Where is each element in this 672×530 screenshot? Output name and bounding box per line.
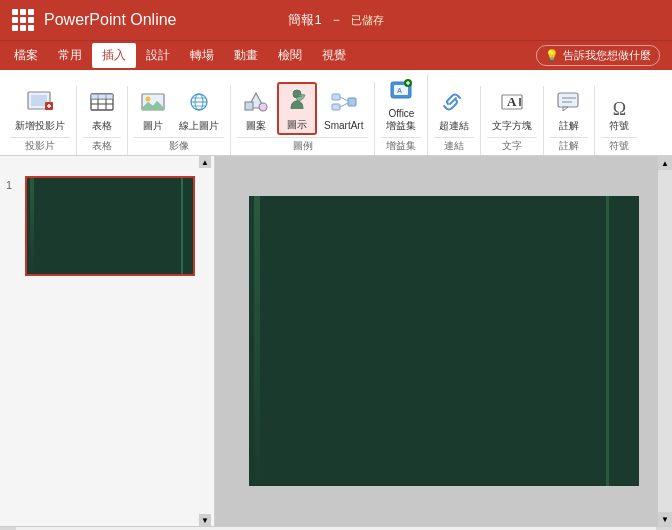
svg-rect-23 [332, 94, 340, 100]
svg-rect-24 [332, 104, 340, 110]
picture-label: 圖片 [143, 120, 163, 132]
online-picture-label: 線上圖片 [179, 120, 219, 132]
main-content: ▲ 1 ▼ ▲ ▼ [0, 156, 672, 526]
icons-icon [283, 87, 311, 117]
tables-group-label: 表格 [83, 137, 121, 153]
scroll-up-arrow[interactable]: ▲ [658, 156, 672, 170]
doc-name: 簡報1 [288, 11, 321, 29]
svg-line-26 [340, 97, 348, 101]
tell-me-label: 告訴我您想做什麼 [563, 48, 651, 63]
svg-text:A: A [507, 94, 517, 109]
ribbon-group-images: 圖片 線上圖片 影像 [128, 86, 231, 155]
svg-rect-19 [245, 102, 253, 110]
ribbon-group-text: A 文字方塊 文字 [481, 86, 544, 155]
slide-thumb-bar-left [30, 178, 34, 274]
slide-thumb-container-1: 1 [6, 176, 208, 276]
online-picture-button[interactable]: 線上圖片 [174, 86, 224, 135]
symbol-icon: Ω [613, 100, 626, 118]
svg-line-34 [450, 98, 456, 104]
textbox-icon: A [498, 90, 526, 118]
ribbon-group-symbols: Ω 符號 符號 [595, 96, 643, 155]
ribbon-group-links: 超連結 連結 [428, 86, 481, 155]
new-slide-button[interactable]: 新增投影片 [10, 86, 70, 135]
online-picture-icon [185, 90, 213, 118]
svg-rect-1 [31, 95, 47, 106]
main-slide-bar-right [606, 196, 609, 486]
bottom-bar: ◀ ▶ [0, 526, 672, 530]
comments-group-label: 註解 [550, 137, 588, 153]
icons-button[interactable]: 圖示 [277, 82, 317, 135]
slide-panel: ▲ 1 ▼ [0, 156, 215, 526]
menu-transitions[interactable]: 轉場 [180, 43, 224, 68]
symbols-group-label: 符號 [601, 137, 637, 153]
hyperlink-button[interactable]: 超連結 [434, 86, 474, 135]
svg-rect-10 [91, 94, 113, 99]
textbox-label: 文字方塊 [492, 120, 532, 132]
symbol-label: 符號 [609, 120, 629, 132]
slides-group-label: 投影片 [10, 137, 70, 153]
saved-status: 已儲存 [351, 13, 384, 28]
app-grid-icon[interactable] [12, 9, 34, 31]
scroll-track[interactable] [658, 170, 672, 512]
menu-design[interactable]: 設計 [136, 43, 180, 68]
smartart-button[interactable]: SmartArt [319, 86, 368, 135]
icons-label: 圖示 [287, 119, 307, 131]
shapes-button[interactable]: 圖案 [237, 86, 275, 135]
shapes-label: 圖案 [246, 120, 266, 132]
tell-me-box[interactable]: 💡 告訴我您想做什麼 [536, 45, 660, 66]
picture-button[interactable]: 圖片 [134, 86, 172, 135]
scroll-down-arrow[interactable]: ▼ [658, 512, 672, 526]
textbox-button[interactable]: A 文字方塊 [487, 86, 537, 135]
symbol-button[interactable]: Ω 符號 [601, 96, 637, 135]
svg-text:A: A [397, 87, 402, 94]
hyperlink-icon [440, 90, 468, 118]
scroll-left-arrow[interactable]: ◀ [0, 527, 16, 531]
slide-thumb-bar-right [181, 178, 183, 274]
main-slide-bar-left [254, 196, 260, 486]
menu-review[interactable]: 檢閱 [268, 43, 312, 68]
comment-button[interactable]: 註解 [550, 86, 588, 135]
slide-thumbnail-1[interactable] [25, 176, 195, 276]
text-group-label: 文字 [487, 137, 537, 153]
svg-point-12 [146, 97, 151, 102]
lightbulb-icon: 💡 [545, 49, 559, 62]
shapes-icon [242, 90, 270, 118]
slide-number-1: 1 [6, 176, 20, 191]
table-label: 表格 [92, 120, 112, 132]
vertical-scrollbar: ▲ ▼ [658, 156, 672, 526]
menu-home[interactable]: 常用 [48, 43, 92, 68]
svg-line-27 [340, 103, 348, 107]
ribbon-group-tables: 表格 表格 [77, 86, 128, 155]
smartart-label: SmartArt [324, 120, 363, 132]
svg-rect-38 [558, 93, 578, 107]
slide-panel-scroll-up[interactable]: ▲ [199, 156, 211, 168]
main-slide [249, 196, 639, 486]
ribbon-groups: 新增投影片 投影片 [4, 74, 672, 155]
scroll-right-arrow[interactable]: ▶ [656, 527, 672, 531]
smartart-icon [330, 90, 358, 118]
office-addins-label: Office增益集 [386, 108, 416, 132]
menu-animations[interactable]: 動畫 [224, 43, 268, 68]
new-slide-icon [26, 90, 54, 118]
office-addins-icon: A [387, 78, 415, 106]
separator: － [330, 11, 343, 29]
ribbon-group-comments: 註解 註解 [544, 86, 595, 155]
picture-icon [139, 90, 167, 118]
menu-view[interactable]: 視覺 [312, 43, 356, 68]
svg-point-20 [259, 103, 267, 111]
ribbon-group-illustrations: 圖案 圖示 [231, 82, 375, 155]
office-addins-button[interactable]: A Office增益集 [381, 74, 421, 135]
menu-file[interactable]: 檔案 [4, 43, 48, 68]
menu-insert[interactable]: 插入 [92, 43, 136, 68]
comment-icon [555, 90, 583, 118]
svg-marker-39 [563, 107, 568, 111]
comment-label: 註解 [559, 120, 579, 132]
hyperlink-label: 超連結 [439, 120, 469, 132]
menu-bar: 檔案 常用 插入 設計 轉場 動畫 檢閱 視覺 💡 告訴我您想做什麼 [0, 40, 672, 70]
doc-info: 簡報1 － 已儲存 [288, 11, 383, 29]
ribbon-group-addins: A Office增益集 增益集 [375, 74, 428, 155]
slide-panel-scroll-down[interactable]: ▼ [199, 514, 211, 526]
links-group-label: 連結 [434, 137, 474, 153]
svg-rect-25 [348, 98, 356, 106]
table-button[interactable]: 表格 [83, 86, 121, 135]
